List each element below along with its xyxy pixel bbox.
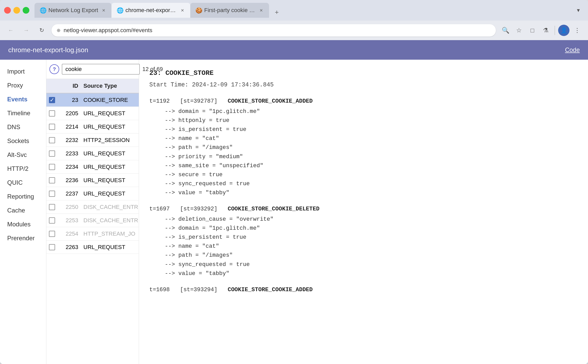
table-row[interactable]: 2254 HTTP_STREAM_JO — [46, 227, 139, 241]
row-checkbox[interactable] — [46, 176, 58, 185]
log-line: --> domain = "1pc.glitch.me" — [149, 107, 578, 116]
title-bar: 🌐 Network Log Export ✕ 🌐 chrome-net-expo… — [0, 0, 588, 21]
row-checkbox[interactable] — [46, 149, 58, 158]
sidebar-item-http2[interactable]: HTTP/2 — [0, 162, 46, 175]
row-id: 2234 — [58, 162, 81, 172]
lab-icon[interactable]: ⚗ — [540, 25, 551, 36]
log-entry-1: t=1192 [st=392787] COOKIE_STORE_COOKIE_A… — [149, 97, 578, 197]
address-input[interactable]: ⊕ netlog-viewer.appspot.com/#events — [51, 24, 496, 37]
tab-1-title: Network Log Export — [48, 7, 98, 14]
sidebar-item-sockets[interactable]: Sockets — [0, 134, 46, 148]
log-entry-2-header: t=1697 [st=393292] COOKIE_STORE_COOKIE_D… — [149, 205, 578, 214]
profile-button[interactable]: 👤 — [558, 25, 569, 36]
tab-2-close[interactable]: ✕ — [179, 7, 185, 13]
reload-button[interactable]: ↻ — [36, 25, 47, 36]
table-row[interactable]: 2253 DISK_CACHE_ENTR — [46, 214, 139, 227]
log-line: --> path = "/images" — [149, 143, 578, 152]
address-bar: ← → ↻ ⊕ netlog-viewer.appspot.com/#event… — [0, 21, 588, 40]
sidebar-item-prerender[interactable]: Prerender — [0, 232, 46, 245]
new-tab-button[interactable]: + — [271, 6, 282, 18]
table-row[interactable]: 2263 URL_REQUEST — [46, 241, 139, 254]
table-header: ID Source Type — [46, 79, 139, 93]
sidebar-item-dns[interactable]: DNS — [0, 120, 46, 134]
tab-2-title: chrome-net-export-log.json — [125, 7, 177, 14]
log-line: --> value = "tabby" — [149, 188, 578, 197]
back-button[interactable]: ← — [5, 25, 16, 36]
close-button[interactable] — [4, 7, 11, 14]
table-row[interactable]: 2214 URL_REQUEST — [46, 120, 139, 134]
row-checkbox[interactable] — [46, 109, 58, 118]
sidebar-item-timeline[interactable]: Timeline — [0, 106, 46, 120]
events-toolbar: ? 12 of 69 — [46, 60, 139, 79]
tab-dropdown-button[interactable]: ▾ — [573, 5, 584, 16]
bookmark-icon[interactable]: ☆ — [513, 25, 525, 36]
sidebar-item-quic[interactable]: QUIC — [0, 176, 46, 189]
table-row[interactable]: ✓ 23 COOKIE_STORE — [46, 93, 139, 107]
row-type: DISK_CACHE_ENTR — [81, 216, 139, 225]
sidebar-item-alt-svc[interactable]: Alt-Svc — [0, 148, 46, 162]
menu-button[interactable]: ⋮ — [572, 25, 583, 36]
search-icon[interactable]: 🔍 — [500, 25, 511, 36]
row-checkbox[interactable] — [46, 202, 58, 212]
table-row[interactable]: 2233 URL_REQUEST — [46, 147, 139, 160]
log-entry-2: t=1697 [st=393292] COOKIE_STORE_COOKIE_D… — [149, 205, 578, 278]
tab-2-favicon: 🌐 — [117, 7, 123, 13]
table-row[interactable]: 2205 URL_REQUEST — [46, 107, 139, 120]
main-content: Import Proxy Events Timeline DNS Sockets… — [0, 60, 588, 364]
detail-panel: 23: COOKIE_STORE Start Time: 2024-12-09 … — [139, 60, 588, 364]
row-checkbox[interactable] — [46, 162, 58, 172]
minimize-button[interactable] — [13, 7, 20, 14]
row-type: URL_REQUEST — [81, 149, 139, 158]
toolbar-divider — [555, 26, 555, 35]
row-checkbox[interactable] — [46, 122, 58, 131]
tab-cookie-demo[interactable]: 🍪 First-party cookie demo ✕ — [190, 3, 269, 18]
forward-button[interactable]: → — [21, 25, 32, 36]
tabs-bar: 🌐 Network Log Export ✕ 🌐 chrome-net-expo… — [34, 3, 569, 18]
search-input[interactable] — [62, 64, 140, 75]
log-entry-1-header: t=1192 [st=392787] COOKIE_STORE_COOKIE_A… — [149, 97, 578, 106]
row-checkbox[interactable] — [46, 216, 58, 225]
table-row[interactable]: 2232 HTTP2_SESSION — [46, 134, 139, 147]
sidebar-item-import[interactable]: Import — [0, 65, 46, 78]
row-checkbox[interactable] — [46, 243, 58, 252]
detail-title: 23: COOKIE_STORE — [149, 68, 578, 79]
events-table: ID Source Type ✓ 23 COOKIE_STORE 2205 UR… — [46, 79, 139, 364]
sidebar-item-modules[interactable]: Modules — [0, 218, 46, 231]
table-row[interactable]: 2234 URL_REQUEST — [46, 160, 139, 174]
log-line: --> domain = "1pc.glitch.me" — [149, 224, 578, 233]
log-event-2: COOKIE_STORE_COOKIE_DELETED — [228, 205, 319, 214]
tab-net-export-log[interactable]: 🌐 chrome-net-export-log.json ✕ — [111, 3, 190, 18]
row-checkbox[interactable] — [46, 136, 58, 145]
row-type: URL_REQUEST — [81, 109, 139, 118]
help-button[interactable]: ? — [49, 64, 59, 74]
row-type: URL_REQUEST — [81, 189, 139, 199]
tab-network-log-export[interactable]: 🌐 Network Log Export ✕ — [34, 3, 111, 18]
log-time-3: t=1698 — [149, 285, 170, 294]
maximize-button[interactable] — [23, 7, 29, 14]
row-checkbox[interactable]: ✓ — [46, 95, 58, 105]
log-st-3: [st=393294] — [180, 285, 217, 294]
tab-3-close[interactable]: ✕ — [258, 7, 264, 13]
row-checkbox[interactable] — [46, 189, 58, 198]
col-id: ID — [58, 82, 81, 90]
events-panel: ? 12 of 69 ID Source Type ✓ 23 COOKIE_ST… — [46, 60, 139, 364]
tab-1-close[interactable]: ✕ — [101, 7, 106, 13]
log-line: --> priority = "medium" — [149, 152, 578, 161]
extension-icon[interactable]: □ — [527, 25, 538, 36]
row-type: COOKIE_STORE — [81, 95, 139, 105]
sidebar-item-proxy[interactable]: Proxy — [0, 79, 46, 92]
table-row[interactable]: 2237 URL_REQUEST — [46, 187, 139, 200]
table-row[interactable]: 2236 URL_REQUEST — [46, 174, 139, 187]
log-st-1: [st=392787] — [180, 97, 217, 106]
table-row[interactable]: 2250 DISK_CACHE_ENTR — [46, 200, 139, 214]
code-link[interactable]: Code — [565, 46, 580, 54]
sidebar-item-events[interactable]: Events — [0, 93, 46, 106]
sidebar-item-cache[interactable]: Cache — [0, 204, 46, 217]
log-event-3: COOKIE_STORE_COOKIE_ADDED — [228, 285, 313, 294]
col-checkbox — [46, 82, 58, 90]
row-id: 2236 — [58, 175, 81, 185]
sidebar-item-reporting[interactable]: Reporting — [0, 190, 46, 203]
row-checkbox[interactable] — [46, 229, 58, 238]
row-type: DISK_CACHE_ENTR — [81, 202, 139, 212]
log-entry-3-header: t=1698 [st=393294] COOKIE_STORE_COOKIE_A… — [149, 285, 578, 294]
